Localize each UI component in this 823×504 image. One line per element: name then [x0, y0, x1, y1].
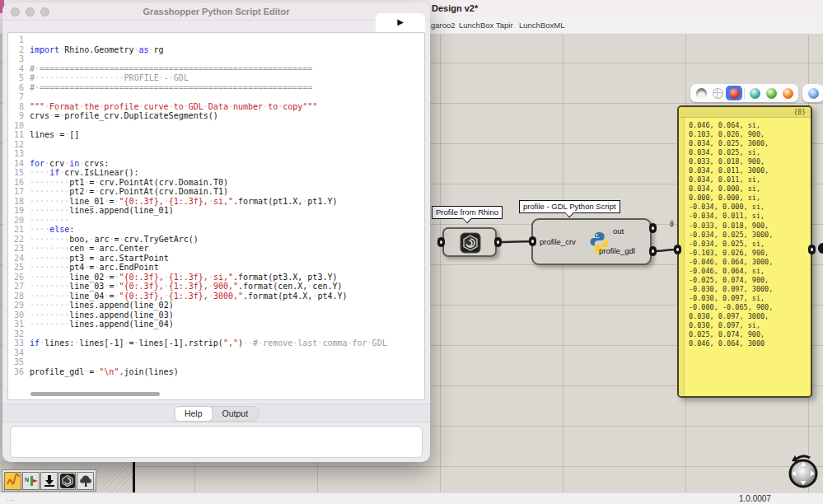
python-profile-gdl-grip[interactable]: [649, 246, 657, 256]
line-number: 24: [8, 254, 30, 264]
code-line: 5#··················PROFILE·-·GDL: [8, 73, 424, 83]
code-text: #·======================================…: [30, 83, 312, 93]
line-number: 25: [8, 263, 30, 273]
code-text: ········lines.append(line_02): [30, 301, 174, 310]
python-input-grip[interactable]: [529, 236, 536, 246]
preview-shaded-button[interactable]: [726, 86, 742, 100]
status-bar: ... 1.0.0007: [0, 492, 823, 504]
line-number: 11: [8, 130, 30, 140]
panel-line: -0.046, 0.064, si,: [689, 267, 809, 276]
preview-occluded-button[interactable]: [693, 86, 709, 100]
editor-titlebar[interactable]: Grasshopper Python Script Editor: [2, 2, 430, 21]
code-line: 8"""·Format·the·profile·curve·to·GDL·Dat…: [8, 102, 424, 112]
code-text: ········pt2·=·crv.PointAt(crv.Domain.T1): [30, 187, 228, 197]
python-out-grip[interactable]: [649, 223, 657, 233]
gh-window-title: Design v2*: [432, 3, 478, 13]
preview-blue-button[interactable]: [805, 86, 821, 100]
panel-output-grip[interactable]: [808, 245, 816, 254]
code-line: 33if·lines:·lines[-1]·=·lines[-1].rstrip…: [8, 338, 424, 348]
help-output-segmented-control: Help Output: [174, 406, 259, 422]
tab-lunchbox[interactable]: LunchBox: [459, 21, 493, 30]
panel-line: 0.034, 0.000, si,: [689, 184, 809, 194]
toolbar-divider: [744, 87, 745, 99]
compass-rotate-arrow: [797, 456, 810, 459]
panel-input-grip[interactable]: [674, 245, 681, 254]
tab-lunchboxml[interactable]: LunchBoxML: [519, 21, 564, 30]
code-line: 16········pt1·=·crv.PointAt(crv.Domain.T…: [8, 178, 424, 188]
wire-index-label: 0: [670, 221, 674, 228]
line-number: 29: [8, 301, 30, 310]
line-number: 30: [8, 310, 30, 320]
preview-green-button[interactable]: [763, 86, 779, 100]
canvas-compass-widget[interactable]: [785, 453, 821, 489]
line-number: 14: [8, 159, 30, 169]
panel-line: 0.030, 0.097, 3000,: [689, 312, 809, 321]
wireframe-sphere-icon: [713, 88, 723, 99]
code-line: 9crvs·=·profile_crv.DuplicateSegments(): [8, 111, 424, 121]
tab-help[interactable]: Help: [174, 406, 213, 422]
tab-kangaroo2[interactable]: garoo2: [431, 21, 456, 30]
code-line: 2import·Rhino.Geometry·as·rg: [8, 45, 424, 55]
line-number: 6: [8, 83, 30, 93]
code-line: 19········lines.append(line_01): [8, 206, 424, 216]
panel-line: -0.034, 0.000, si,: [689, 203, 809, 212]
param-component-label: Profile from Rhino: [436, 208, 498, 217]
panel-line: 0.034, 0.025, 3000,: [689, 139, 809, 148]
code-line: 11lines·=·[]: [8, 130, 424, 140]
code-line: 13: [8, 149, 424, 159]
preview-orange-button[interactable]: [779, 86, 796, 100]
code-lines: 12import·Rhino.Geometry·as·rg34#·=======…: [8, 35, 424, 376]
scribble-plugin-button[interactable]: [4, 472, 21, 490]
line-number: 31: [8, 320, 30, 329]
horizontal-scrollbar[interactable]: [30, 392, 160, 396]
python-output-out-label: out: [613, 226, 624, 236]
occluded-sphere-icon: [696, 88, 707, 99]
bake-plugin-button[interactable]: [40, 472, 58, 490]
tree-plugin-button[interactable]: [77, 472, 94, 490]
line-number: 22: [8, 235, 30, 245]
panel-line: -0.034, 0.025, 3000,: [689, 231, 809, 240]
geometry-plugin-button[interactable]: [58, 472, 76, 490]
preview-wireframe-button[interactable]: [709, 86, 726, 100]
line-number: 28: [8, 292, 30, 301]
run-script-button[interactable]: ▶: [376, 13, 425, 32]
code-text: #··················PROFILE·-·GDL: [30, 73, 189, 83]
python-input-label: profile_crv: [540, 237, 576, 246]
python-output-gdl-label: profile_gdl: [599, 246, 635, 255]
code-editor[interactable]: 12import·Rhino.Geometry·as·rg34#·=======…: [7, 32, 425, 400]
code-line: 32: [8, 329, 424, 339]
code-text: """·Format·the·profile·curve·to·GDL·Data…: [30, 102, 317, 112]
offscreen-component-grip[interactable]: [818, 243, 823, 254]
code-line: 12: [8, 140, 424, 150]
help-output-textarea[interactable]: [10, 426, 423, 458]
teal-sphere-icon: [750, 88, 760, 99]
plug-plugin-button[interactable]: N: [22, 472, 40, 490]
param-input-grip[interactable]: [437, 237, 445, 247]
line-number: 13: [8, 149, 30, 159]
param-output-grip[interactable]: [494, 237, 502, 247]
tree-icon: [78, 474, 93, 488]
panel-drag-strip[interactable]: [679, 118, 685, 396]
tab-tapir[interactable]: Tapir: [496, 21, 513, 30]
panel-line: -0.046, 0.064, 3000,: [689, 258, 809, 267]
svg-text:N: N: [25, 477, 29, 483]
code-text: ········lines.append(line_03): [30, 310, 174, 320]
panel-line: -0.033, 0.018, 900,: [689, 222, 809, 231]
code-text: ········line_01·=·"{0:.3f},·{1:.3f},·si,…: [30, 197, 337, 207]
code-text: if·lines:·lines[-1]·=·lines[-1].rstrip("…: [30, 338, 387, 348]
panel-line: 0.046, 0.064, si,: [689, 121, 809, 130]
line-number: 16: [8, 178, 30, 188]
code-line: 10: [8, 121, 424, 131]
tab-output[interactable]: Output: [213, 407, 259, 421]
python-script-component[interactable]: profile_crv out profile_gdl: [531, 218, 652, 265]
line-number: 35: [8, 357, 30, 367]
scribble-icon: [6, 474, 21, 488]
orange-sphere-icon: [783, 88, 793, 99]
preview-teal-button[interactable]: [746, 86, 763, 100]
line-number: 33: [8, 338, 30, 348]
line-number: 15: [8, 168, 30, 178]
code-text: ········line_03·=·"{0:.3f},·{1:.3f},·900…: [30, 282, 342, 292]
data-panel[interactable]: {0} 0.046, 0.064, si,0.103, 0.026, 900,0…: [677, 105, 812, 398]
param-component-profile-from-rhino[interactable]: [442, 227, 497, 257]
version-label: 1.0.0007: [739, 494, 771, 503]
